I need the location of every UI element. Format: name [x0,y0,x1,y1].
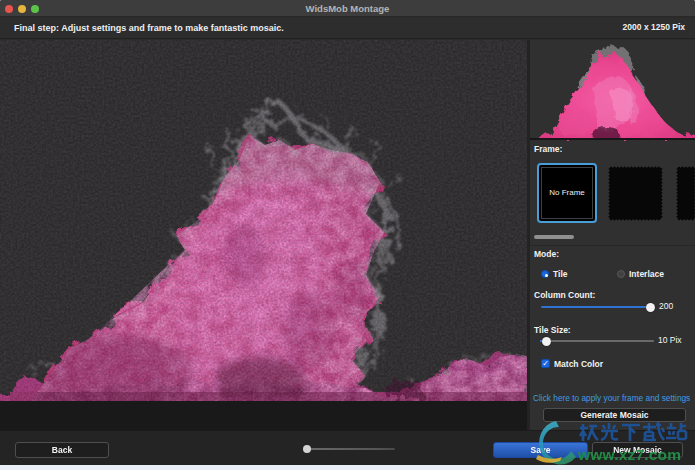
svg-text:www.xz7.com: www.xz7.com [577,446,681,463]
